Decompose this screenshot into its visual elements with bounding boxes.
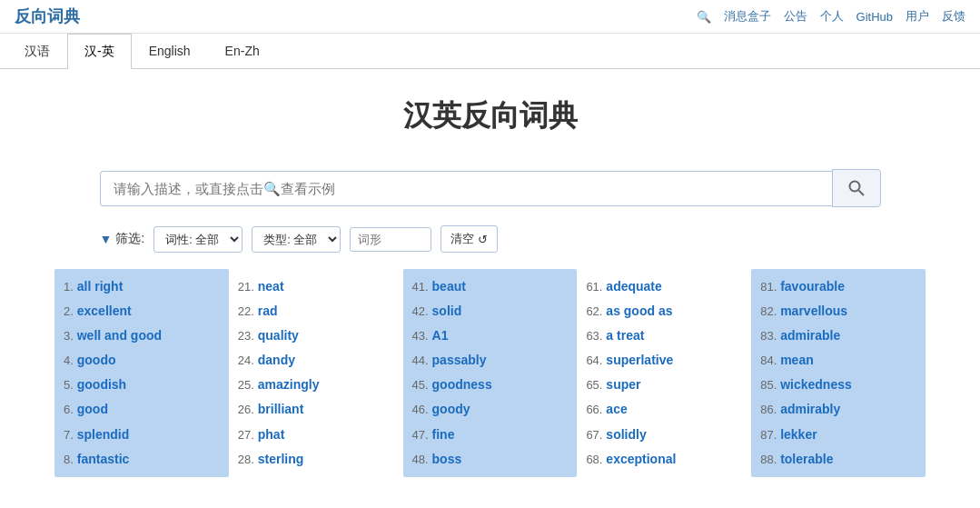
- tab-english[interactable]: English: [132, 34, 208, 69]
- word-list: 1. all right2. excellent3. well and good…: [54, 269, 926, 477]
- word-link[interactable]: marvellous: [780, 304, 847, 318]
- word-column-5: 81. favourable82. marvellous83. admirabl…: [751, 269, 926, 477]
- list-item: 28. sterling: [238, 447, 394, 472]
- word-link[interactable]: as good as: [606, 304, 672, 318]
- word-link[interactable]: adequate: [606, 279, 661, 294]
- list-item: 2. excellent: [64, 299, 220, 324]
- word-link[interactable]: brilliant: [258, 402, 304, 416]
- word-link[interactable]: phat: [258, 427, 285, 442]
- tab-chinese[interactable]: 汉语: [7, 34, 67, 69]
- header-nav: 🔍 消息盒子 公告 个人 GitHub 用户 反馈: [697, 8, 965, 25]
- word-link[interactable]: admirably: [780, 402, 840, 416]
- word-link[interactable]: quality: [258, 328, 299, 343]
- list-item: 66. ace: [586, 397, 742, 422]
- word-link[interactable]: solidly: [606, 427, 646, 442]
- list-item: 87. lekker: [760, 423, 916, 447]
- word-link[interactable]: amazingly: [258, 377, 320, 392]
- list-item: 6. good: [64, 397, 220, 422]
- word-link[interactable]: fine: [432, 427, 455, 442]
- word-link[interactable]: solid: [432, 304, 462, 318]
- word-link[interactable]: neat: [258, 279, 284, 294]
- word-link[interactable]: favourable: [780, 279, 845, 294]
- tab-chinese-english[interactable]: 汉-英: [67, 34, 132, 69]
- word-link[interactable]: excellent: [77, 304, 132, 318]
- word-number: 22.: [238, 304, 254, 318]
- clear-button[interactable]: 清空 ↺: [441, 225, 498, 253]
- list-item: 43. A1: [412, 324, 569, 348]
- word-link[interactable]: rad: [258, 304, 278, 318]
- word-link[interactable]: sterling: [258, 452, 304, 466]
- word-number: 61.: [586, 280, 602, 294]
- word-number: 27.: [238, 428, 254, 442]
- header-account[interactable]: 用户: [906, 8, 929, 25]
- word-link[interactable]: tolerable: [780, 452, 833, 466]
- list-item: 82. marvellous: [760, 299, 916, 324]
- filter-icon: ▼: [100, 232, 113, 246]
- app-logo[interactable]: 反向词典: [15, 5, 80, 27]
- word-link[interactable]: goodish: [77, 377, 126, 392]
- word-number: 81.: [760, 280, 777, 294]
- word-link[interactable]: good: [77, 402, 108, 416]
- word-number: 4.: [64, 354, 74, 367]
- word-number: 48.: [412, 453, 429, 466]
- word-link[interactable]: all right: [77, 279, 124, 294]
- word-link[interactable]: splendid: [77, 427, 130, 442]
- word-link[interactable]: admirable: [780, 328, 840, 343]
- word-number: 67.: [586, 428, 602, 442]
- word-number: 86.: [760, 403, 777, 416]
- list-item: 41. beaut: [412, 274, 569, 299]
- word-number: 1.: [64, 280, 74, 294]
- word-link[interactable]: wickedness: [780, 377, 852, 392]
- word-number: 42.: [412, 304, 429, 318]
- word-link[interactable]: lekker: [780, 427, 817, 442]
- word-link[interactable]: superlative: [606, 353, 673, 367]
- word-column-2: 21. neat22. rad23. quality24. dandy25. a…: [229, 269, 403, 477]
- word-link[interactable]: goodo: [77, 353, 116, 367]
- word-link[interactable]: exceptional: [606, 452, 676, 466]
- header-messages[interactable]: 消息盒子: [724, 8, 771, 25]
- list-item: 27. phat: [238, 423, 394, 447]
- word-number: 47.: [412, 428, 429, 442]
- type-filter[interactable]: 类型: 全部: [252, 226, 341, 253]
- word-link[interactable]: beaut: [432, 279, 466, 294]
- word-link[interactable]: boss: [432, 452, 462, 466]
- word-link[interactable]: dandy: [258, 353, 295, 367]
- word-link[interactable]: a treat: [606, 328, 644, 343]
- word-link[interactable]: mean: [780, 353, 814, 367]
- list-item: 26. brilliant: [238, 397, 394, 422]
- word-number: 44.: [412, 354, 429, 367]
- word-number: 65.: [586, 378, 602, 392]
- word-link[interactable]: goody: [432, 402, 470, 416]
- header-search-icon[interactable]: 🔍: [697, 10, 711, 24]
- word-link[interactable]: well and good: [77, 328, 162, 343]
- list-item: 44. passably: [412, 348, 569, 373]
- word-link[interactable]: ace: [606, 402, 627, 416]
- list-item: 1. all right: [64, 274, 220, 299]
- list-item: 65. super: [586, 373, 742, 397]
- header-user[interactable]: 个人: [820, 8, 844, 25]
- search-button[interactable]: [832, 169, 881, 207]
- word-number: 25.: [238, 378, 254, 392]
- word-number: 41.: [412, 280, 429, 294]
- list-item: 4. goodo: [64, 348, 220, 373]
- pos-filter[interactable]: 词性: 全部: [153, 226, 243, 253]
- search-icon: [847, 179, 866, 197]
- word-link[interactable]: fantastic: [77, 452, 130, 466]
- list-item: 62. as good as: [586, 299, 742, 324]
- word-number: 2.: [64, 304, 74, 318]
- word-link[interactable]: super: [606, 377, 640, 392]
- list-item: 5. goodish: [64, 373, 220, 397]
- search-input[interactable]: [114, 181, 819, 196]
- refresh-icon: ↺: [478, 233, 488, 246]
- word-link[interactable]: passably: [432, 353, 487, 367]
- word-link[interactable]: goodness: [432, 377, 492, 392]
- header-feedback[interactable]: 反馈: [942, 8, 965, 25]
- header-announcements[interactable]: 公告: [784, 8, 807, 25]
- filter-label: ▼ 筛选:: [100, 231, 145, 247]
- header-github[interactable]: GitHub: [856, 10, 893, 24]
- word-number: 87.: [760, 428, 777, 442]
- word-number: 3.: [64, 329, 74, 343]
- word-link[interactable]: A1: [432, 328, 449, 343]
- morphology-input[interactable]: [350, 227, 431, 252]
- tab-en-zh[interactable]: En-Zh: [208, 34, 277, 69]
